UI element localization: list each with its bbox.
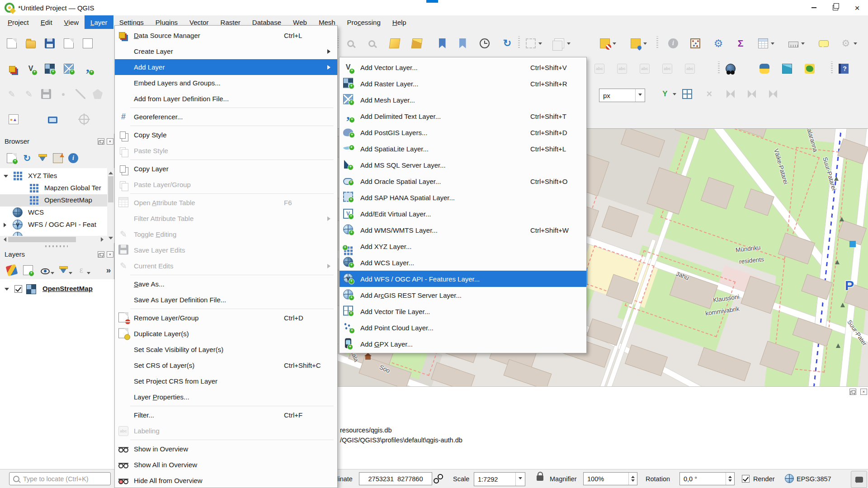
menu-item-add-edit-virtual-layer[interactable]: Add/Edit Virtual Layer... [340, 206, 586, 222]
menu-item-add-raster-layer[interactable]: Add Raster Layer...Ctrl+Shift+R [340, 75, 586, 92]
browser-tool-collapse-all[interactable] [52, 152, 64, 164]
toolbar-button-toggle-editing[interactable]: ✎ [22, 87, 36, 101]
menu-item-georeferencer[interactable]: #Georeferencer... [115, 109, 337, 125]
toolbar-button-refresh[interactable]: ↻ [500, 36, 514, 51]
dropdown-arrow-icon[interactable] [673, 93, 676, 97]
dropdown-arrow-icon[interactable] [643, 42, 647, 47]
dropdown-arrow-icon[interactable] [51, 272, 54, 276]
toolbar-button-new-map-view[interactable] [387, 36, 402, 51]
layers-tool-open-layer-styling[interactable] [5, 264, 18, 277]
toolbar-button-add-vector-layer[interactable]: V [24, 61, 38, 76]
toolbar-button-open-attribute-table[interactable] [756, 36, 770, 51]
menu-item-remove-layer-group[interactable]: Remove Layer/GroupCtrl+D [115, 310, 337, 326]
expander-closed-icon[interactable] [4, 223, 9, 227]
toolbar-button-move-label[interactable] [637, 61, 652, 76]
menu-item-add-sap-hana-spatial-layer[interactable]: Add SAP HANA Spatial Layer... [340, 189, 586, 206]
browser-item-xyz-tiles[interactable]: XYZ Tiles [0, 170, 107, 182]
menu-item-add-postgis-layers[interactable]: Add PostGIS Layers...Ctrl+Shift+D [340, 124, 586, 141]
menubar-item-view[interactable]: View [58, 15, 85, 29]
menu-item-show-all-in-overview[interactable]: Show All in Overview [115, 457, 337, 473]
menu-item-data-source-manager[interactable]: Data Source ManagerCtrl+L [115, 28, 337, 43]
menu-item-duplicate-layer-s[interactable]: Duplicate Layer(s) [115, 326, 337, 342]
toolbar-button-layer-labeling[interactable] [592, 61, 607, 76]
menu-item-add-gpx-layer[interactable]: Add GPX Layer... [340, 336, 586, 352]
close-browser-panel-icon[interactable]: × [107, 138, 113, 145]
locator-search[interactable]: Type to locate (Ctrl+K) [9, 472, 111, 485]
toolbar-button-metasearch[interactable] [723, 61, 738, 76]
dropdown-arrow-icon[interactable] [801, 42, 805, 47]
toolbar-button-new-project[interactable] [5, 36, 19, 51]
menu-item-labeling[interactable]: Labeling [115, 423, 337, 439]
layers-tool-add-group[interactable] [22, 264, 34, 277]
expander-open-icon[interactable] [5, 288, 9, 293]
browser-tool-refresh-browser[interactable]: ↻ [21, 152, 33, 164]
toolbar-button-new-3d-map-view[interactable] [410, 36, 424, 51]
dropdown-arrow-icon[interactable] [854, 42, 857, 47]
toolbar-button-processing-toolbox[interactable]: ⚙ [711, 36, 726, 51]
toolbar-button-copy-features[interactable] [745, 87, 759, 101]
coordinate-input[interactable]: 2753231 8277860 [359, 472, 432, 485]
dropdown-arrow-icon[interactable] [613, 42, 616, 47]
toolbar-button-zoom-next[interactable] [364, 36, 379, 51]
browser-tool-enable-properties[interactable] [67, 152, 80, 164]
toolbar-button-paste-features[interactable] [766, 87, 780, 101]
toolbar-button-map-theme[interactable] [45, 112, 60, 127]
toolbar-button-add-delimited-text-layer[interactable] [80, 61, 95, 76]
toolbar-button-identify-features[interactable] [666, 36, 680, 51]
toolbar-button-temporal-controller[interactable] [477, 36, 492, 51]
close-log-icon[interactable]: × [860, 389, 867, 395]
toolbar-button-add-raster-layer[interactable] [42, 61, 57, 76]
menu-item-set-scale-visibility-of-layer-s[interactable]: Set Scale Visibility of Layer(s) [115, 342, 337, 357]
panel-splitter[interactable] [45, 245, 68, 247]
browser-item-wfs-ogc-api-feat[interactable]: WFS / OGC API - Feat [0, 219, 107, 231]
toolbar-button-help-contents[interactable] [836, 61, 851, 76]
menu-item-filter[interactable]: Filter...Ctrl+F [115, 407, 337, 423]
dropdown-arrow-icon[interactable] [87, 272, 90, 276]
toolbar-button-cut-features[interactable] [723, 87, 738, 101]
toolbar-button-rotate-label[interactable] [660, 61, 675, 76]
toolbar-button-statistical-summary[interactable] [688, 36, 703, 51]
menu-item-add-arcgis-rest-server-layer[interactable]: Add ArcGIS REST Server Layer... [340, 287, 586, 303]
menu-item-open-attribute-table[interactable]: Open Attribute TableF6 [115, 195, 337, 211]
menu-item-add-wcs-layer[interactable]: Add WCS Layer... [340, 254, 586, 271]
menubar-item-layer[interactable]: Layer [85, 15, 113, 29]
browser-horizontal-scrollbar[interactable] [0, 236, 107, 243]
toolbar-button-show-statistics[interactable]: Σ [733, 36, 748, 51]
magnifier-spinner[interactable]: 100% [583, 472, 637, 485]
menu-item-add-spatialite-layer[interactable]: Add SpatiaLite Layer...Ctrl+Shift+L [340, 141, 586, 157]
extents-toggle-icon[interactable] [434, 474, 443, 483]
scale-dropdown-icon[interactable] [515, 473, 525, 486]
toolbar-button-select-by-value[interactable] [628, 36, 643, 51]
snapping-tolerance-combobox[interactable]: px [599, 89, 645, 102]
toolbar-button-add-mesh-layer[interactable] [61, 61, 76, 76]
toolbar-button-zoom-crosshair[interactable] [77, 112, 91, 127]
dropdown-arrow-icon[interactable] [69, 272, 72, 276]
menu-item-layer-properties[interactable]: Layer Properties... [115, 389, 337, 405]
menu-item-copy-style[interactable]: Copy Style [115, 127, 337, 143]
float-browser-panel-icon[interactable] [98, 138, 104, 145]
menubar-item-project[interactable]: Project [2, 15, 35, 29]
toolbar-button-digitize-polygon[interactable] [90, 87, 105, 101]
toolbar-button-digitize-point[interactable]: ● [56, 87, 71, 101]
expander-open-icon[interactable] [4, 175, 8, 180]
toolbar-button-snapping[interactable]: Y [658, 87, 672, 101]
menu-item-add-vector-layer[interactable]: VAdd Vector Layer...Ctrl+Shift+V [340, 59, 586, 75]
render-checkbox[interactable] [742, 475, 750, 483]
toolbar-button-deselect-features[interactable] [552, 36, 566, 51]
menu-item-set-project-crs-from-layer[interactable]: Set Project CRS from Layer [115, 373, 337, 389]
menu-item-add-layer[interactable]: Add Layer [115, 59, 337, 75]
close-button[interactable]: × [846, 0, 868, 15]
menubar-item-edit[interactable]: Edit [35, 15, 58, 29]
menu-item-current-edits[interactable]: ✎Current Edits [115, 258, 337, 274]
minimize-button[interactable] [803, 0, 825, 15]
scale-combobox[interactable]: 1:7292 [474, 472, 525, 486]
messages-bubble-button[interactable] [851, 471, 867, 488]
menu-item-embed-layers-and-groups[interactable]: Embed Layers and Groups... [115, 75, 337, 91]
toolbar-button-layer-styling[interactable] [6, 112, 21, 127]
layers-tool-manage-visibility[interactable] [39, 264, 52, 277]
toolbar-button-save-layer-edits[interactable] [39, 87, 53, 101]
browser-tool-filter-browser[interactable] [36, 152, 49, 164]
float-layers-panel-icon[interactable] [98, 251, 104, 258]
dropdown-arrow-icon[interactable] [538, 42, 542, 47]
menu-item-toggle-editing[interactable]: ✎Toggle Editing [115, 226, 337, 242]
